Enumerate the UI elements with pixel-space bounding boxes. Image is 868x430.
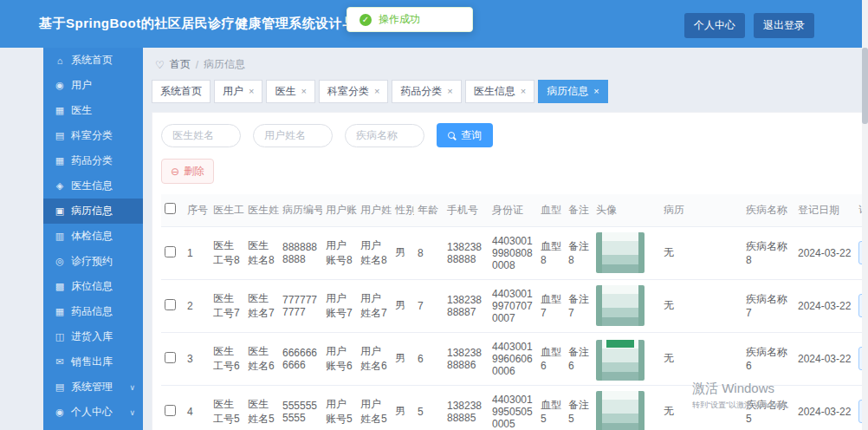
sidebar-item-10[interactable]: ▩床位信息	[43, 274, 143, 299]
breadcrumb-home[interactable]: 首页	[170, 57, 191, 72]
doctor-info-icon: ◈	[55, 180, 65, 192]
sidebar-item-4[interactable]: ▤科室分类	[43, 123, 143, 148]
table-row: 1医生工号8医生姓名88888888888用户账号8用户姓名8男81382388…	[161, 226, 862, 279]
column-header: 详情	[855, 194, 862, 226]
sidebar-item-3[interactable]: ▦医生	[43, 98, 143, 123]
tab-7[interactable]: 病历信息×	[538, 80, 607, 103]
close-icon[interactable]: ×	[301, 87, 306, 96]
select-all-cell	[161, 194, 184, 226]
tab-6[interactable]: 医生信息×	[465, 80, 534, 103]
sidebar-item-1[interactable]: ⌂系统首页	[43, 48, 143, 73]
sidebar-item-7[interactable]: ▣病历信息	[43, 199, 143, 224]
close-icon[interactable]: ×	[521, 87, 526, 96]
sidebar-item-15[interactable]: ◉个人中心∨	[43, 400, 143, 425]
row-checkbox[interactable]	[165, 299, 176, 310]
cell-action: 详情	[855, 226, 862, 279]
sidebar-item-label: 体检信息	[71, 229, 113, 244]
personal-center-button[interactable]: 个人中心	[684, 13, 745, 38]
close-icon[interactable]: ×	[593, 87, 599, 96]
cell-blood_type: 血型6	[537, 332, 565, 385]
cell-avatar	[593, 279, 660, 332]
sidebar-item-11[interactable]: ▦药品信息	[43, 299, 143, 324]
breadcrumb: ♡ 首页 / 病历信息	[152, 55, 868, 80]
avatar-image[interactable]	[596, 340, 645, 381]
avatar-image[interactable]	[596, 232, 645, 273]
close-icon[interactable]: ×	[447, 87, 452, 96]
query-button[interactable]: 查询	[437, 123, 493, 147]
chevron-down-icon: ∨	[129, 408, 135, 417]
cell-gender: 男	[392, 279, 414, 332]
cell-blood_type: 血型5	[537, 385, 565, 430]
avatar-image[interactable]	[596, 285, 645, 326]
cell-disease: 疾病名称8	[742, 226, 794, 279]
cell-remark: 备注5	[565, 385, 593, 430]
tab-4[interactable]: 科室分类×	[319, 80, 388, 103]
sidebar-item-2[interactable]: ◉用户	[43, 73, 143, 98]
logout-button[interactable]: 退出登录	[754, 13, 814, 38]
sidebar-item-5[interactable]: ▦药品分类	[43, 148, 143, 173]
cell-user_name: 用户姓名8	[357, 226, 392, 279]
doctor-name-input[interactable]	[161, 124, 241, 147]
sidebar-item-14[interactable]: ▤系统管理∨	[43, 375, 143, 400]
scrollbar[interactable]	[862, 0, 868, 430]
tab-label: 药品分类	[400, 84, 442, 99]
row-select-cell	[161, 279, 184, 332]
cell-record: 无	[660, 385, 742, 430]
row-select-cell	[161, 332, 184, 385]
sidebar-item-6[interactable]: ◈医生信息	[43, 173, 143, 199]
doctor-icon: ▦	[55, 105, 65, 116]
cell-disease: 疾病名称6	[742, 332, 794, 385]
column-header: 病历编号	[279, 194, 322, 226]
select-all-checkbox[interactable]	[165, 203, 176, 214]
cell-disease: 疾病名称7	[742, 279, 794, 332]
sidebar-item-label: 床位信息	[71, 279, 113, 294]
cell-doctor_no: 医生工号6	[210, 332, 244, 385]
row-checkbox[interactable]	[165, 405, 176, 416]
tab-3[interactable]: 医生×	[266, 80, 314, 103]
tab-1[interactable]: 系统首页	[152, 80, 211, 103]
cell-phone: 13823888885	[444, 385, 489, 430]
close-icon[interactable]: ×	[249, 87, 254, 96]
tab-2[interactable]: 用户×	[214, 80, 262, 103]
cell-id_card: 440300199707070007	[489, 279, 537, 332]
cell-date: 2024-03-22	[794, 385, 855, 430]
cell-index: 2	[184, 279, 210, 332]
cell-user_account: 用户账号7	[322, 279, 357, 332]
user-name-input[interactable]	[253, 124, 333, 147]
medical-record-icon: ▣	[55, 205, 65, 217]
column-header: 疾病名称	[742, 194, 794, 226]
tab-label: 医生信息	[474, 84, 515, 99]
row-checkbox[interactable]	[165, 352, 176, 363]
disease-name-input[interactable]	[345, 124, 424, 147]
sidebar-item-12[interactable]: ◫进货入库	[43, 324, 143, 349]
cell-blood_type: 血型7	[537, 279, 565, 332]
cell-date: 2024-03-22	[794, 279, 855, 332]
column-header: 用户账号	[322, 194, 357, 226]
page-title: 基于SpringBoot的社区居民诊疗健康管理系统设计与实现	[39, 16, 383, 32]
row-checkbox[interactable]	[165, 246, 176, 257]
cell-index: 4	[184, 385, 210, 430]
sidebar-item-label: 药品信息	[71, 304, 113, 319]
tab-label: 病历信息	[547, 84, 588, 99]
outbound-icon: ✉	[55, 356, 65, 368]
tab-5[interactable]: 药品分类×	[392, 80, 461, 103]
bed-info-icon: ▩	[55, 281, 65, 292]
success-check-icon: ✓	[360, 14, 372, 26]
avatar-image[interactable]	[596, 391, 645, 430]
checkup-info-icon: ▥	[55, 231, 65, 242]
sidebar-item-8[interactable]: ▥体检信息	[43, 224, 143, 249]
cell-avatar	[593, 332, 660, 385]
delete-button[interactable]: ⊖ 删除	[161, 159, 214, 184]
cell-id_card: 440300199505050005	[489, 385, 537, 430]
content-panel: 查询 ⊖ 删除 序号医生工号医生姓名病历编号用户账号用户姓名性别年龄手机号身份证…	[152, 112, 862, 430]
cell-id_card: 440300199808080008	[489, 226, 537, 279]
cell-remark: 备注8	[565, 226, 593, 279]
sidebar-item-9[interactable]: ◎诊疗预约	[43, 249, 143, 274]
cell-remark: 备注7	[565, 279, 593, 332]
close-icon[interactable]: ×	[374, 87, 379, 96]
tab-label: 医生	[275, 84, 295, 99]
scrollbar-thumb[interactable]	[862, 48, 868, 124]
sidebar-item-label: 医生信息	[71, 179, 113, 193]
sidebar-item-13[interactable]: ✉销售出库	[43, 349, 143, 375]
sidebar-item-label: 医生	[71, 103, 92, 118]
